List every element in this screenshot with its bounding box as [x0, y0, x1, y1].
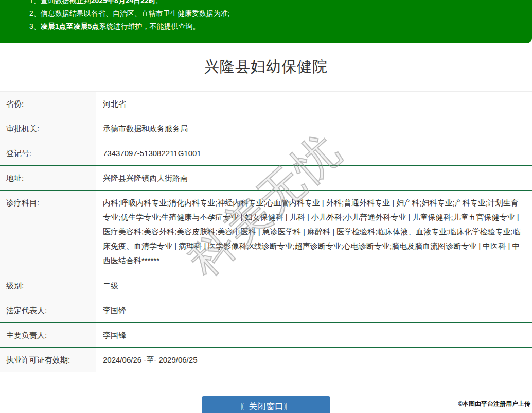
notice-line: 1、查询数据截止到2025年8月24日22时; [29, 0, 522, 7]
footer-bar: 〖关闭窗口〗 [0, 389, 532, 413]
row-label: 法定代表人: [0, 298, 96, 322]
row-value: 二级 [96, 273, 532, 298]
title-area: 兴隆县妇幼保健院 [0, 43, 532, 91]
copyright-watermark-text: ©本图由平台注册用户上传 [458, 400, 530, 408]
row-label: 省份: [0, 92, 96, 116]
row-label: 诊疗科目: [0, 191, 96, 273]
table-row-legal-representative: 法定代表人: 李国锋 [0, 298, 532, 323]
notice-line: 2、信息数据结果以各省、自治区、直辖市卫生健康委数据为准; [29, 7, 522, 20]
row-value: 兴隆县兴隆镇西大街路南 [96, 166, 532, 190]
row-label: 级别: [0, 273, 96, 298]
row-value: 李国锋 [96, 298, 532, 322]
table-row-address: 地址: 兴隆县兴隆镇西大街路南 [0, 166, 532, 191]
notice-list: 1、查询数据截止到2025年8月24日22时; 2、信息数据结果以各省、自治区、… [0, 0, 532, 33]
page-title: 兴隆县妇幼保健院 [0, 57, 532, 77]
row-label: 审批机关: [0, 116, 96, 141]
row-value: 李国锋 [96, 323, 532, 347]
table-row-license-validity: 执业许可证有效期: 2024/06/26 -至- 2029/06/25 [0, 348, 532, 372]
row-label: 登记号: [0, 141, 96, 165]
row-value: 2024/06/26 -至- 2029/06/25 [96, 348, 532, 372]
table-row-registration-number: 登记号: 73437097-513082211G1001 [0, 141, 532, 166]
row-value: 内科;呼吸内科专业;消化内科专业;神经内科专业;心血管内科专业 | 外科;普通外… [96, 191, 532, 273]
row-label: 主要负责人: [0, 323, 96, 347]
notice-bar: 1、查询数据截止到2025年8月24日22时; 2、信息数据结果以各省、自治区、… [0, 0, 532, 43]
close-window-button[interactable]: 〖关闭窗口〗 [202, 396, 330, 413]
table-row-province: 省份: 河北省 [0, 92, 532, 116]
row-value: 承德市数据和政务服务局 [96, 116, 532, 141]
notice-line: 3、凌晨1点至凌晨5点系统进行维护，不能提供查询。 [29, 20, 522, 33]
table-row-main-person-in-charge: 主要负责人: 李国锋 [0, 323, 532, 348]
table-row-approval-authority: 审批机关: 承德市数据和政务服务局 [0, 116, 532, 141]
table-row-level: 级别: 二级 [0, 273, 532, 298]
row-value: 73437097-513082211G1001 [96, 141, 532, 165]
institution-info-table: 省份: 河北省 审批机关: 承德市数据和政务服务局 登记号: 73437097-… [0, 91, 532, 372]
row-label: 地址: [0, 166, 96, 190]
row-value: 河北省 [96, 92, 532, 116]
row-label: 执业许可证有效期: [0, 348, 96, 372]
table-row-medical-subjects: 诊疗科目: 内科;呼吸内科专业;消化内科专业;神经内科专业;心血管内科专业 | … [0, 191, 532, 273]
